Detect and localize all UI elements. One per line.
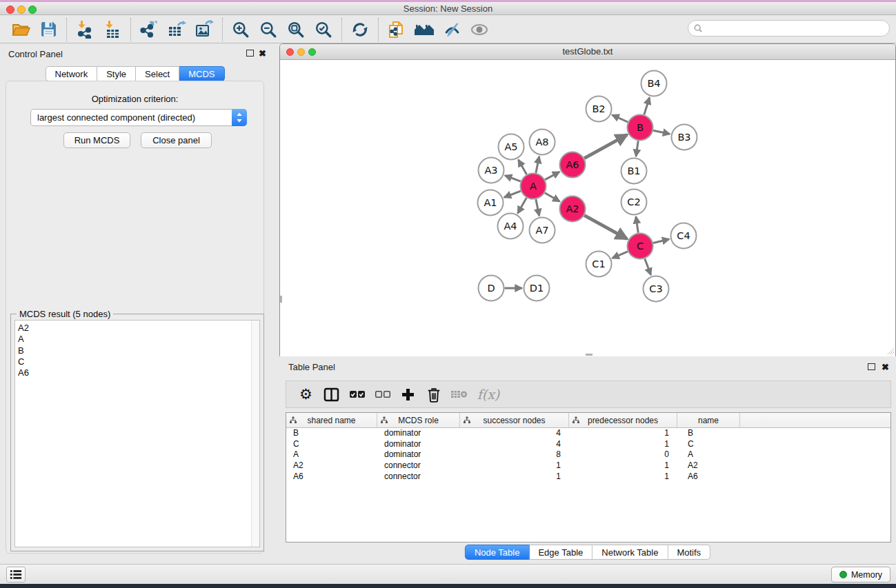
close-panel-button[interactable]: Close panel (141, 132, 212, 148)
graph-node-C1[interactable]: C1 (586, 252, 612, 277)
result-item[interactable]: B (18, 345, 259, 356)
graph-node-C3[interactable]: C3 (644, 276, 669, 302)
open-file-icon[interactable] (7, 17, 34, 42)
birds-eye-icon[interactable] (410, 17, 438, 42)
refresh-icon[interactable] (346, 17, 374, 42)
graph-node-C2[interactable]: C2 (621, 190, 647, 215)
graph-node-D[interactable]: D (479, 276, 504, 301)
mcds-result-list[interactable]: A2ABCA6 (14, 320, 260, 547)
zoom-out-icon[interactable] (255, 17, 282, 42)
graph-edge-A2-C[interactable] (584, 215, 627, 239)
result-item[interactable]: A2 (18, 323, 259, 334)
result-item[interactable]: C (18, 356, 259, 367)
tab-edge-table[interactable]: Edge Table (529, 545, 593, 560)
maximize-window-button[interactable] (28, 6, 37, 14)
graph-node-A8[interactable]: A8 (530, 130, 555, 155)
minimize-window-button[interactable] (297, 48, 305, 56)
criterion-dropdown[interactable]: largest connected component (directed) (30, 109, 247, 126)
graph-edge-A-A6[interactable] (545, 172, 559, 179)
graph-node-A6[interactable]: A6 (560, 152, 586, 178)
float-panel-icon[interactable] (868, 363, 875, 370)
table-row[interactable]: Adominator80A (286, 449, 890, 460)
graph-node-A3[interactable]: A3 (479, 158, 504, 183)
delete-column-icon[interactable] (421, 383, 446, 406)
graph-edge-A-A5[interactable] (519, 160, 527, 174)
graph-edge-A-A8[interactable] (536, 156, 539, 173)
graph-edge-A6-B[interactable] (584, 134, 627, 158)
graph-node-B[interactable]: B (628, 115, 653, 141)
table-row[interactable]: Cdominator41C (286, 439, 890, 450)
graph-edge-B-B1[interactable] (636, 141, 638, 156)
clone-network-icon[interactable] (383, 17, 410, 42)
graph-edge-C-C4[interactable] (653, 239, 669, 243)
task-history-button[interactable] (6, 567, 26, 582)
column-header-MCDS-role[interactable]: MCDS role (377, 413, 460, 427)
zoom-fit-icon[interactable] (282, 17, 310, 42)
graph-edge-C-C2[interactable] (636, 216, 638, 232)
close-panel-icon[interactable]: ✖ (882, 362, 889, 372)
save-session-icon[interactable] (34, 17, 62, 42)
scrollbar[interactable] (251, 321, 259, 547)
graph-edge-C-C1[interactable] (613, 252, 628, 258)
close-panel-icon[interactable]: ✖ (259, 48, 266, 59)
result-item[interactable]: A6 (18, 367, 259, 378)
graph-edge-B-B4[interactable] (644, 98, 650, 115)
select-all-icon[interactable] (344, 383, 370, 406)
column-header-successor-nodes[interactable]: successor nodes (460, 413, 569, 427)
unselect-all-icon[interactable] (370, 383, 395, 406)
search-input[interactable] (688, 20, 890, 37)
tab-node-table[interactable]: Node Table (465, 545, 530, 560)
graph-node-A5[interactable]: A5 (499, 134, 524, 160)
function-builder-icon[interactable]: f(x) (472, 383, 505, 406)
float-panel-icon[interactable] (246, 50, 254, 57)
export-image-icon[interactable] (190, 17, 218, 42)
columns-icon[interactable] (319, 383, 344, 406)
maximize-window-button[interactable] (308, 48, 316, 56)
show-graphics-icon[interactable] (466, 17, 493, 42)
tab-network[interactable]: Network (45, 66, 97, 81)
hide-graphics-icon[interactable] (438, 17, 466, 42)
memory-button[interactable]: Memory (831, 567, 890, 582)
gear-icon[interactable]: ⚙ (293, 383, 319, 406)
run-mcds-button[interactable]: Run MCDS (63, 132, 130, 148)
tab-mcds[interactable]: MCDS (179, 66, 224, 81)
vertical-scroll-mark[interactable] (280, 296, 282, 303)
graph-edge-C-C3[interactable] (645, 258, 651, 275)
export-table-icon[interactable] (163, 17, 190, 42)
column-header-name[interactable]: name (677, 413, 740, 427)
graph-node-A4[interactable]: A4 (498, 214, 524, 239)
network-graph[interactable]: B4B2BB3A5A8A6A3B1AA1C2A2A4A7C4CC1DD1C3 (280, 60, 895, 356)
column-header-shared-name[interactable]: shared name (286, 413, 377, 427)
import-network-icon[interactable] (71, 17, 99, 42)
graph-edge-A-A2[interactable] (545, 193, 560, 201)
zoom-selected-icon[interactable] (310, 17, 337, 42)
graph-edge-B-B3[interactable] (653, 130, 670, 134)
graph-edge-A-A7[interactable] (536, 199, 539, 216)
add-column-icon[interactable] (395, 383, 421, 406)
graph-node-D1[interactable]: D1 (524, 276, 550, 301)
graph-node-B2[interactable]: B2 (586, 97, 612, 122)
graph-node-B4[interactable]: B4 (641, 71, 667, 97)
graph-edge-A-A3[interactable] (505, 176, 521, 182)
tab-network-table[interactable]: Network Table (593, 545, 668, 560)
graph-node-A7[interactable]: A7 (530, 218, 555, 243)
graph-node-A1[interactable]: A1 (478, 190, 504, 216)
column-header-predecessor-nodes[interactable]: predecessor nodes (569, 413, 677, 427)
delete-table-icon[interactable] (446, 383, 472, 406)
minimize-window-button[interactable] (17, 6, 26, 14)
graph-edge-A-A4[interactable] (518, 198, 527, 213)
tab-select[interactable]: Select (136, 66, 179, 81)
graph-node-A2[interactable]: A2 (560, 196, 586, 222)
zoom-in-icon[interactable] (227, 17, 255, 42)
tab-motifs[interactable]: Motifs (668, 545, 710, 560)
table-row[interactable]: A2connector11A2 (286, 460, 890, 472)
search-text[interactable] (705, 21, 889, 35)
close-window-button[interactable] (6, 6, 14, 14)
graph-edge-B-B2[interactable] (613, 115, 628, 122)
horizontal-scroll-mark[interactable] (586, 354, 593, 356)
graph-node-C4[interactable]: C4 (671, 223, 697, 249)
table-row[interactable]: Bdominator41B (286, 428, 890, 439)
graph-node-C[interactable]: C (628, 234, 653, 259)
close-window-button[interactable] (286, 48, 294, 56)
graph-edge-A-A1[interactable] (504, 191, 521, 197)
